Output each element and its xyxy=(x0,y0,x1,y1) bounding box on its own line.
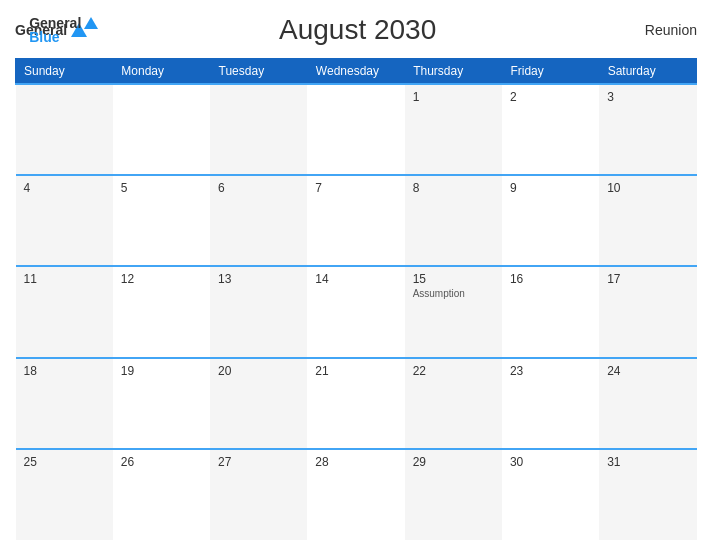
day-number: 7 xyxy=(315,181,396,195)
day-number: 24 xyxy=(607,364,688,378)
table-row: 2 xyxy=(502,84,599,175)
day-number: 31 xyxy=(607,455,688,469)
day-number: 10 xyxy=(607,181,688,195)
calendar-week-row: 1112131415Assumption1617 xyxy=(16,266,697,357)
col-header-saturday: Saturday xyxy=(599,59,696,85)
table-row xyxy=(307,84,404,175)
table-row: 16 xyxy=(502,266,599,357)
table-row: 11 xyxy=(16,266,113,357)
calendar-table: Sunday Monday Tuesday Wednesday Thursday… xyxy=(15,58,697,540)
day-number: 15 xyxy=(413,272,494,286)
day-number: 12 xyxy=(121,272,202,286)
day-number: 11 xyxy=(24,272,105,286)
day-number: 1 xyxy=(413,90,494,104)
table-row: 21 xyxy=(307,358,404,449)
day-number: 22 xyxy=(413,364,494,378)
day-event: Assumption xyxy=(413,288,494,299)
table-row: 29 xyxy=(405,449,502,540)
day-number: 26 xyxy=(121,455,202,469)
table-row xyxy=(210,84,307,175)
table-row: 20 xyxy=(210,358,307,449)
table-row: 17 xyxy=(599,266,696,357)
table-row: 4 xyxy=(16,175,113,266)
day-number: 25 xyxy=(24,455,105,469)
day-number: 30 xyxy=(510,455,591,469)
day-number: 9 xyxy=(510,181,591,195)
calendar-week-row: 123 xyxy=(16,84,697,175)
table-row: 23 xyxy=(502,358,599,449)
day-number: 6 xyxy=(218,181,299,195)
region-label: Reunion xyxy=(617,22,697,38)
table-row: 5 xyxy=(113,175,210,266)
table-row: 15Assumption xyxy=(405,266,502,357)
table-row: 14 xyxy=(307,266,404,357)
day-number: 14 xyxy=(315,272,396,286)
calendar-week-row: 45678910 xyxy=(16,175,697,266)
day-number: 23 xyxy=(510,364,591,378)
day-number: 18 xyxy=(24,364,105,378)
col-header-tuesday: Tuesday xyxy=(210,59,307,85)
table-row: 19 xyxy=(113,358,210,449)
col-header-monday: Monday xyxy=(113,59,210,85)
day-number: 13 xyxy=(218,272,299,286)
calendar-week-row: 25262728293031 xyxy=(16,449,697,540)
table-row: 22 xyxy=(405,358,502,449)
table-row: 25 xyxy=(16,449,113,540)
table-row: 30 xyxy=(502,449,599,540)
day-number: 20 xyxy=(218,364,299,378)
table-row: 28 xyxy=(307,449,404,540)
calendar-title: August 2030 xyxy=(98,14,617,46)
table-row: 18 xyxy=(16,358,113,449)
table-row: 31 xyxy=(599,449,696,540)
table-row: 27 xyxy=(210,449,307,540)
calendar-week-row: 18192021222324 xyxy=(16,358,697,449)
day-number: 29 xyxy=(413,455,494,469)
header: General General Blue August 2030 Reunion xyxy=(15,10,697,50)
calendar-page: General General Blue August 2030 Reunion… xyxy=(0,0,712,550)
day-number: 16 xyxy=(510,272,591,286)
table-row: 3 xyxy=(599,84,696,175)
table-row: 12 xyxy=(113,266,210,357)
day-number: 3 xyxy=(607,90,688,104)
table-row: 7 xyxy=(307,175,404,266)
table-row xyxy=(113,84,210,175)
table-row: 1 xyxy=(405,84,502,175)
day-number: 19 xyxy=(121,364,202,378)
table-row: 6 xyxy=(210,175,307,266)
day-number: 4 xyxy=(24,181,105,195)
calendar-header-row: Sunday Monday Tuesday Wednesday Thursday… xyxy=(16,59,697,85)
day-number: 2 xyxy=(510,90,591,104)
col-header-wednesday: Wednesday xyxy=(307,59,404,85)
table-row: 13 xyxy=(210,266,307,357)
logo-blue-label: Blue xyxy=(29,29,59,45)
day-number: 21 xyxy=(315,364,396,378)
day-number: 27 xyxy=(218,455,299,469)
col-header-sunday: Sunday xyxy=(16,59,113,85)
table-row: 24 xyxy=(599,358,696,449)
day-number: 17 xyxy=(607,272,688,286)
table-row: 26 xyxy=(113,449,210,540)
table-row xyxy=(16,84,113,175)
col-header-thursday: Thursday xyxy=(405,59,502,85)
logo-icon xyxy=(84,17,98,29)
table-row: 10 xyxy=(599,175,696,266)
day-number: 28 xyxy=(315,455,396,469)
col-header-friday: Friday xyxy=(502,59,599,85)
table-row: 9 xyxy=(502,175,599,266)
day-number: 8 xyxy=(413,181,494,195)
day-number: 5 xyxy=(121,181,202,195)
table-row: 8 xyxy=(405,175,502,266)
